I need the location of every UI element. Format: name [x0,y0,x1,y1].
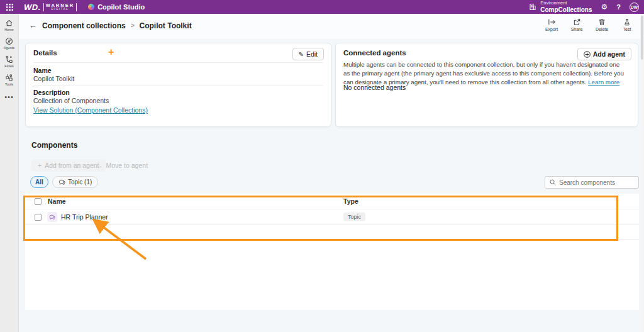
row-name-cell: HR Trip Planner [61,213,108,221]
vertical-scrollbar[interactable] [640,14,644,332]
row-checkbox[interactable] [35,214,42,221]
breadcrumb-copilot-toolkit: Copilot Toolkit [140,21,192,30]
column-header-type[interactable]: Type [343,197,358,205]
copilot-studio-brand: Copilot Studio [88,3,145,11]
scrollbar-thumb[interactable] [641,16,643,60]
description-field-value: Collection of Components [33,97,109,104]
arrow-right-icon: → [96,162,103,169]
table-empty-row [25,225,639,240]
name-field-value: Copilot Toolkit [33,75,74,82]
left-sidebar: Home Agents Flows To [0,14,19,332]
components-section-title: Components [31,141,77,150]
row-type-badge: Topic [343,213,365,221]
connected-agents-title: Connected agents [343,49,406,57]
home-icon [5,19,13,27]
add-agent-button[interactable]: Add agent [577,48,631,60]
environment-label: Environment [540,1,592,6]
edit-button[interactable]: ✎ Edit [292,48,324,60]
sidebar-more-icon[interactable]: ••• [4,93,14,101]
sidebar-item-label: Tools [5,82,13,86]
filter-all-label: All [35,179,43,185]
move-to-agent-button[interactable]: → Move to agent [96,159,148,172]
sidebar-item-flows[interactable]: Flows [0,55,19,68]
delete-trash-icon [598,18,606,26]
tools-icon [5,74,13,82]
logo-box: WARNER DIGITAL [43,3,77,11]
select-all-checkbox[interactable] [35,198,42,205]
connected-agents-card: Connected agents Add agent Multiple agen… [335,43,638,127]
back-arrow-icon[interactable]: ← [29,21,37,30]
logo-line2: DIGITAL [46,8,74,11]
logo-line1: WARNER [46,3,74,8]
description-field-label: Description [33,89,70,96]
export-icon [548,18,556,26]
sidebar-item-agents[interactable]: Agents [0,37,19,50]
copilot-studio-screen: WD. WARNER DIGITAL Copilot Studio Enviro… [0,0,644,332]
toolbar-action-label: Share [571,27,583,31]
topic-row-icon [47,212,57,222]
toolbar-action-label: Export [545,27,558,31]
toolbar-action-label: Delete [596,27,608,31]
edit-button-label: Edit [306,50,318,58]
add-from-agent-button[interactable]: + Add from an agent [31,159,106,172]
help-icon[interactable]: ? [616,4,621,11]
add-from-agent-label: Add from an agent [45,162,99,169]
settings-gear-icon[interactable]: ⚙ [601,3,608,11]
filter-pill-all[interactable]: All [30,176,48,188]
search-components-box[interactable] [545,176,639,189]
name-field-label: Name [33,67,52,74]
divider [33,85,323,86]
sidebar-item-home[interactable]: Home [0,19,19,31]
app-header: WD. WARNER DIGITAL Copilot Studio Enviro… [0,0,644,14]
breadcrumb: ← Component collections > Copilot Toolki… [29,21,192,30]
column-header-name[interactable]: Name [48,197,66,205]
filter-topic-label: Topic (1) [68,179,92,185]
logo-wd-text: WD. [24,3,41,12]
share-button[interactable]: Share [567,18,586,31]
no-connected-agents-text: No connected agents [343,84,406,91]
learn-more-link[interactable]: Learn more [588,79,619,86]
delete-button[interactable]: Delete [592,18,611,31]
topic-chat-icon [58,179,65,185]
breadcrumb-component-collections[interactable]: Component collections [42,21,126,30]
connected-agents-description-text: Multiple agents can be connected to this… [343,61,624,86]
search-components-input[interactable] [559,179,631,186]
sidebar-item-tools[interactable]: Tools [0,74,19,86]
app-title: Copilot Studio [97,3,145,11]
share-icon [573,18,581,26]
add-agent-label: Add agent [593,50,625,58]
environment-name: CompCollections [540,6,592,13]
divider [33,62,323,63]
plus-icon: + [38,162,42,169]
environment-building-icon [529,3,536,11]
app-launcher-waffle-icon[interactable] [0,0,19,14]
components-table: Name Type HR Trip Planner Topic [25,194,639,310]
test-button[interactable]: Test [618,18,636,31]
warner-digital-logo: WD. WARNER DIGITAL [24,3,77,12]
test-beaker-icon [623,18,631,26]
export-button[interactable]: Export [542,18,561,31]
sidebar-item-label: Home [4,28,14,31]
view-solution-link[interactable]: View Solution (Component Collections) [33,106,148,114]
page-toolbar: Export Share Delete [542,18,636,31]
sidebar-item-label: Flows [4,64,13,68]
filter-pill-topic[interactable]: Topic (1) [52,176,98,188]
table-row-hr-trip-planner[interactable]: HR Trip Planner Topic [25,209,639,225]
details-card-title: Details [33,49,57,57]
move-to-agent-label: Move to agent [106,162,148,169]
toolbar-action-label: Test [623,27,631,31]
table-header-row: Name Type [25,194,639,209]
add-circle-icon [584,51,591,58]
breadcrumb-separator: > [131,22,135,29]
details-card: Details ✎ Edit Name Copilot Toolkit Desc… [25,43,331,127]
user-avatar[interactable]: DW [630,3,639,12]
copilot-studio-logo-icon [88,4,94,10]
environment-picker[interactable]: Environment CompCollections [529,1,592,13]
flows-icon [5,55,13,64]
edit-pencil-icon: ✎ [299,51,304,58]
waffle-icon [6,4,13,11]
agents-icon [5,37,13,45]
header-right-controls: Environment CompCollections ⚙ ? DW [529,1,644,13]
topic-chat-icon [49,214,55,220]
sidebar-item-label: Agents [4,46,14,50]
